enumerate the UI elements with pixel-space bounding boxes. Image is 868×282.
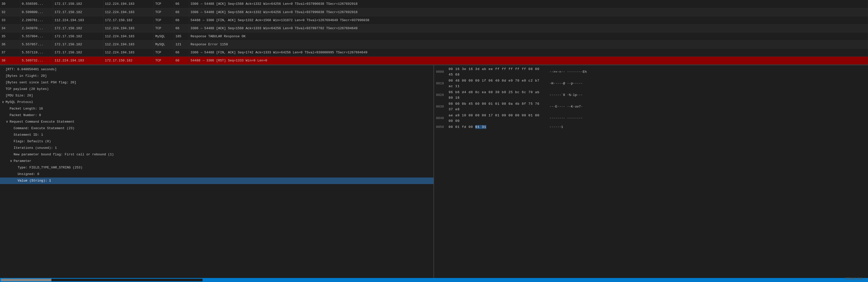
hex-ascii: ······`0 ·%·lp··· [549, 92, 583, 98]
hex-bytes: ae a9 10 00 00 00 17 01 00 00 00 00 01 0… [448, 113, 544, 124]
table-row[interactable]: 38 5.589732... 112.224.194.183 172.17.15… [0, 56, 868, 64]
col-time: 5.557119... [20, 48, 53, 56]
bottom-area: [RTT: 0.040050401 seconds][Bytes in flig… [0, 65, 868, 278]
detail-line[interactable]: ∨ Request Command Execute Statement [0, 119, 434, 125]
col-dst: 112.224.194.183 [103, 48, 154, 56]
detail-line: Unsigned: 0 [0, 171, 434, 178]
col-proto: TCP [154, 56, 174, 64]
detail-line: Packet Number: 0 [0, 112, 434, 119]
detail-line: [Bytes sent since last PSH flag: 20] [0, 79, 434, 86]
col-info: Response TABULAR Response OK [189, 32, 868, 40]
detail-line: New parameter bound flag: First call or … [0, 151, 434, 158]
col-no: 35 [0, 32, 20, 40]
col-info: 3306 → 54488 [ACK] Seq=1568 Ack=1333 Win… [189, 24, 868, 32]
hex-offset: 0030 [436, 104, 448, 109]
col-proto: TCP [154, 8, 174, 16]
col-src: 172.17.150.182 [53, 0, 103, 8]
hex-ascii: ······1 [549, 124, 563, 130]
hex-row: 0040 ae a9 10 00 00 00 17 01 00 00 00 00… [434, 113, 868, 124]
col-len: 66 [174, 16, 189, 24]
col-proto: TCP [154, 16, 174, 24]
col-src: 172.17.150.182 [53, 48, 103, 56]
packet-list-area: 30 0.556595... 172.17.150.182 112.224.19… [0, 0, 868, 65]
table-row[interactable]: 33 2.299761... 112.224.194.183 172.17.15… [0, 16, 868, 24]
detail-line: Statement ID: 1 [0, 132, 434, 138]
hex-row: 0050 00 01 fd 00 01 31 ······1 [434, 124, 868, 130]
hex-ascii: ··>=·=·· ········Eh [549, 69, 587, 75]
col-src: 112.224.194.183 [53, 16, 103, 24]
col-dst: 172.17.150.182 [103, 56, 154, 64]
col-len: 66 [174, 0, 189, 8]
hex-offset: 0010 [436, 81, 448, 86]
expand-icon[interactable]: ∨ [10, 158, 13, 164]
table-row[interactable]: 37 5.557119... 172.17.150.182 112.224.19… [0, 48, 868, 56]
table-row[interactable]: 32 0.599800... 172.17.150.182 112.224.19… [0, 8, 868, 16]
col-src: 112.224.194.183 [53, 56, 103, 64]
col-no: 37 [0, 48, 20, 56]
col-dst: 172.17.150.182 [103, 16, 154, 24]
table-row[interactable]: 30 0.556595... 172.17.150.182 112.224.19… [0, 0, 868, 8]
col-time: 0.599800... [20, 8, 53, 16]
col-len: 66 [174, 24, 189, 32]
hex-offset: 0040 [436, 116, 448, 121]
hex-row: 0030 08 00 0b 45 00 00 01 01 08 0a 4b 8f… [434, 101, 868, 113]
col-info: Response Error 1158 [189, 40, 868, 48]
expand-icon[interactable]: ∨ [2, 99, 5, 105]
col-len: 185 [174, 32, 189, 40]
col-info: 3306 → 54488 [FIN, ACK] Seq=1742 Ack=133… [189, 48, 868, 56]
hex-ascii: ···E···· ··K·uv7· [549, 104, 583, 109]
hex-row: 0000 00 16 3e 16 3d ab ee ff ff ff ff ff… [434, 66, 868, 78]
hex-ascii-highlighted: ·1 [559, 125, 563, 129]
col-no: 34 [0, 24, 20, 32]
detail-line: Iterations (unused): 1 [0, 145, 434, 151]
hex-panel: 0000 00 16 3e 16 3d ab ee ff ff ff ff ff… [434, 65, 868, 278]
scroll-thumb[interactable] [1, 279, 51, 281]
hex-bytes-normal: ae a9 10 00 00 00 17 01 00 00 00 00 01 0… [448, 114, 539, 123]
col-info: 54488 → 3306 [FIN, ACK] Seq=1332 Ack=156… [189, 16, 868, 24]
hex-bytes-normal: 00 48 00 00 00 1f 06 40 0d e9 70 e0 c2 b… [448, 79, 539, 88]
hex-bytes: 08 00 0b 45 00 00 01 01 08 0a 4b 8f 75 7… [448, 101, 544, 112]
col-dst: 112.224.194.183 [103, 24, 154, 32]
detail-line[interactable]: ∨ MySQL Protocol [0, 99, 434, 105]
bottom-scrollbar[interactable] [0, 278, 868, 282]
hex-bytes: 96 b6 d4 d8 0c ea 60 30 b0 25 bc 6c 70 a… [448, 90, 544, 101]
col-dst: 112.224.194.183 [103, 32, 154, 40]
detail-line: Value (String): 1 [0, 178, 434, 184]
col-len: 121 [174, 40, 189, 48]
collapse-icon[interactable]: ∨ [6, 119, 9, 125]
col-time: 2.299761... [20, 16, 53, 24]
col-no: 33 [0, 16, 20, 24]
table-row[interactable]: 35 5.557004... 172.17.150.182 112.224.19… [0, 32, 868, 40]
hex-row: 0010 00 48 00 00 00 1f 06 40 0d e9 70 e0… [434, 78, 868, 89]
col-time: 2.343970... [20, 24, 53, 32]
col-time: 5.557004... [20, 32, 53, 40]
col-src: 172.17.150.182 [53, 40, 103, 48]
detail-line: [RTT: 0.040050401 seconds] [0, 66, 434, 73]
col-no: 36 [0, 40, 20, 48]
hex-bytes-normal: 00 16 3e 16 3d ab ee ff ff ff ff ff 08 0… [448, 67, 539, 76]
hex-bytes-normal: 08 00 0b 45 00 00 01 01 08 0a 4b 8f 75 7… [448, 102, 539, 111]
col-src: 172.17.150.182 [53, 8, 103, 16]
col-dst: 112.224.194.183 [103, 0, 154, 8]
hex-bytes: 00 48 00 00 00 1f 06 40 0d e9 70 e0 c2 b… [448, 78, 544, 89]
col-len: 60 [174, 56, 189, 64]
col-src: 172.17.150.182 [53, 24, 103, 32]
col-proto: MySQL [154, 32, 174, 40]
detail-line[interactable]: ∨ Parameter [0, 158, 434, 164]
col-proto: TCP [154, 24, 174, 32]
scroll-track[interactable] [1, 279, 203, 281]
hex-bytes-normal: 00 01 fd 00 [448, 125, 473, 129]
table-row[interactable]: 34 2.343970... 172.17.150.182 112.224.19… [0, 24, 868, 32]
detail-line: Packet Length: 16 [0, 105, 434, 112]
col-no: 30 [0, 0, 20, 8]
col-proto: MySQL [154, 40, 174, 48]
col-no: 38 [0, 56, 20, 64]
main-container: 30 0.556595... 172.17.150.182 112.224.19… [0, 0, 868, 282]
packet-table: 30 0.556595... 172.17.150.182 112.224.19… [0, 0, 868, 65]
detail-line: [Bytes in flight: 20] [0, 73, 434, 79]
col-proto: TCP [154, 48, 174, 56]
detail-line: Command: Execute Statement (23) [0, 125, 434, 132]
table-row[interactable]: 36 5.557057... 172.17.150.182 112.224.19… [0, 40, 868, 48]
hex-bytes-highlighted: 01 31 [475, 125, 486, 129]
col-len: 66 [174, 48, 189, 56]
